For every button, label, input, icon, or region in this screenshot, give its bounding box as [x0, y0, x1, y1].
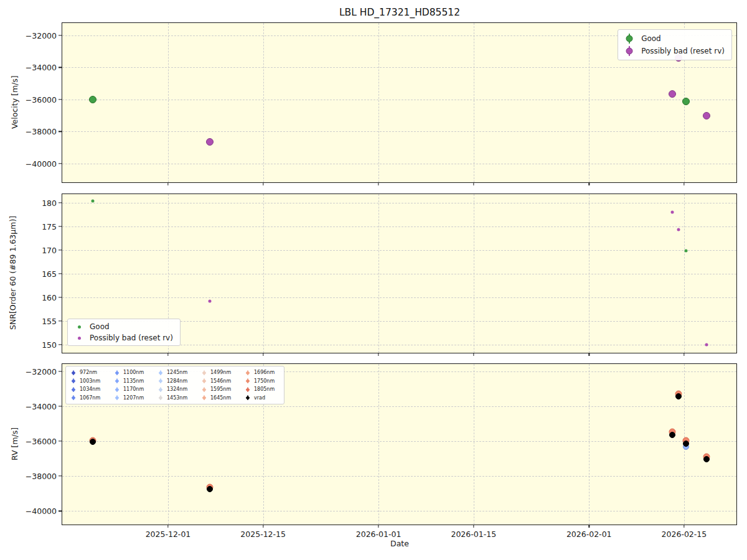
legend-item-1207nm: 1207nm — [113, 394, 157, 403]
y-tick-mark — [59, 371, 62, 371]
marker-diamond-icon — [158, 371, 162, 375]
data-point-vrad — [675, 393, 682, 399]
y-tick-label: −34000 — [26, 401, 57, 411]
legend-item-label: Good — [90, 322, 110, 331]
y-tick-label: 175 — [42, 222, 57, 231]
figure: LBL HD_17321_HD85512 Velocity [m/s] SNR[… — [0, 0, 747, 560]
legend-item-972nm: 972nm — [70, 368, 113, 377]
legend-item-label: vrad — [254, 395, 265, 401]
marker-diamond-icon — [115, 396, 118, 399]
x-tick-mark — [473, 525, 474, 528]
snr-plot-area: 180175170165160155150GoodPossibly bad (r… — [62, 194, 737, 353]
legend-marker-icon — [200, 369, 207, 376]
marker-dot-icon — [78, 325, 81, 329]
marker-diamond-icon — [202, 388, 205, 391]
data-point-good — [684, 249, 687, 252]
y-axis-label-snr: SNR[Order 60 (#89 1.63μm)] — [7, 194, 18, 352]
legend-marker-icon — [625, 45, 634, 57]
legend-item-label: Possibly bad (reset rv) — [641, 47, 725, 55]
marker-dot-icon — [626, 48, 633, 55]
x-tick-mark — [167, 353, 168, 356]
y-tick-mark — [59, 35, 62, 35]
x-tick-label: 2026-02-15 — [662, 530, 707, 539]
x-gridline — [474, 364, 474, 525]
legend-marker-icon — [113, 394, 120, 401]
legend-item-label: 972nm — [80, 370, 97, 375]
legend-item-label: 1003nm — [80, 378, 100, 384]
y-tick-label: 165 — [42, 269, 57, 279]
legend-marker-icon — [625, 33, 634, 44]
chart-title: LBL HD_17321_HD85512 — [62, 7, 738, 18]
y-tick-mark — [59, 344, 62, 345]
data-point-possibly-bad-reset-rv — [703, 112, 710, 119]
y-tick-mark — [59, 441, 62, 441]
x-tick-mark — [684, 182, 684, 185]
data-point-vrad — [669, 432, 675, 438]
x-axis-label: Date — [62, 539, 738, 548]
legend-marker-icon — [244, 369, 251, 376]
data-point-good — [682, 98, 690, 105]
legend-item-1170nm: 1170nm — [113, 385, 157, 394]
y-tick-label: 155 — [42, 317, 57, 326]
x-tick-mark — [263, 525, 263, 528]
legend-item-label: 1034nm — [80, 386, 100, 392]
y-gridline — [62, 164, 736, 164]
legend-item-1499nm: 1499nm — [200, 368, 244, 377]
marker-dot-icon — [626, 35, 633, 42]
x-tick-mark — [378, 353, 378, 356]
legend-item-label: Good — [641, 34, 661, 43]
y-gridline — [62, 203, 736, 203]
y-tick-label: −32000 — [26, 30, 57, 40]
y-tick-label: −36000 — [26, 95, 57, 104]
legend-item-label: 1546nm — [210, 378, 231, 384]
marker-diamond-icon — [202, 371, 205, 375]
x-tick-mark — [589, 353, 590, 356]
y-tick-label: 150 — [42, 340, 57, 350]
y-gridline — [62, 100, 736, 100]
data-point-good — [89, 96, 96, 103]
marker-diamond-icon — [245, 396, 249, 399]
data-point-possibly-bad-reset-rv — [677, 228, 680, 231]
legend-marker-icon — [70, 386, 77, 393]
legend-item-1546nm: 1546nm — [200, 377, 244, 386]
legend-item-possibly-bad-reset-rv: Possibly bad (reset rv) — [625, 45, 725, 57]
marker-diamond-icon — [158, 396, 162, 399]
marker-diamond-icon — [115, 371, 118, 375]
velocity-plot-area: −32000−34000−36000−38000−40000GoodPossib… — [62, 22, 737, 183]
y-tick-label: −36000 — [26, 436, 57, 446]
legend-item-1750nm: 1750nm — [244, 377, 280, 386]
legend-item-label: 1645nm — [210, 395, 231, 401]
legend-item-good: Good — [75, 321, 173, 332]
y-tick-mark — [59, 273, 62, 274]
y-tick-label: −32000 — [26, 366, 57, 376]
snr-legend: GoodPossibly bad (reset rv) — [67, 319, 181, 346]
y-gridline — [62, 441, 736, 442]
legend-item-label: 1696nm — [254, 370, 275, 375]
legend-item-1245nm: 1245nm — [157, 368, 200, 377]
y-tick-mark — [59, 99, 62, 100]
x-tick-label: 2026-02-01 — [566, 530, 612, 539]
y-tick-mark — [59, 202, 62, 203]
legend-item-label: 1324nm — [167, 386, 187, 392]
y-axis-label-rv: RV [m/s] — [9, 363, 20, 524]
legend-item-1135nm: 1135nm — [113, 377, 157, 386]
legend-item-vrad: vrad — [244, 394, 280, 403]
legend-item-1003nm: 1003nm — [70, 377, 113, 386]
y-gridline — [62, 476, 736, 477]
y-gridline — [62, 274, 736, 274]
legend-item-label: 1595nm — [210, 386, 231, 392]
legend-item-1067nm: 1067nm — [70, 394, 113, 403]
legend-marker-icon — [70, 394, 77, 401]
x-tick-mark — [263, 182, 263, 185]
y-axis-label-velocity: Velocity [m/s] — [9, 22, 20, 182]
y-tick-label: 180 — [42, 198, 57, 208]
legend-item-1453nm: 1453nm — [157, 394, 200, 403]
x-tick-mark — [589, 182, 590, 185]
x-gridline — [378, 23, 379, 182]
x-tick-mark — [378, 525, 378, 528]
legend-item-label: 1067nm — [80, 395, 100, 401]
legend-marker-icon — [113, 369, 120, 376]
data-point-possibly-bad-reset-rv — [670, 210, 674, 213]
legend-marker-icon — [113, 386, 120, 393]
legend-item-label: 1499nm — [210, 370, 231, 375]
